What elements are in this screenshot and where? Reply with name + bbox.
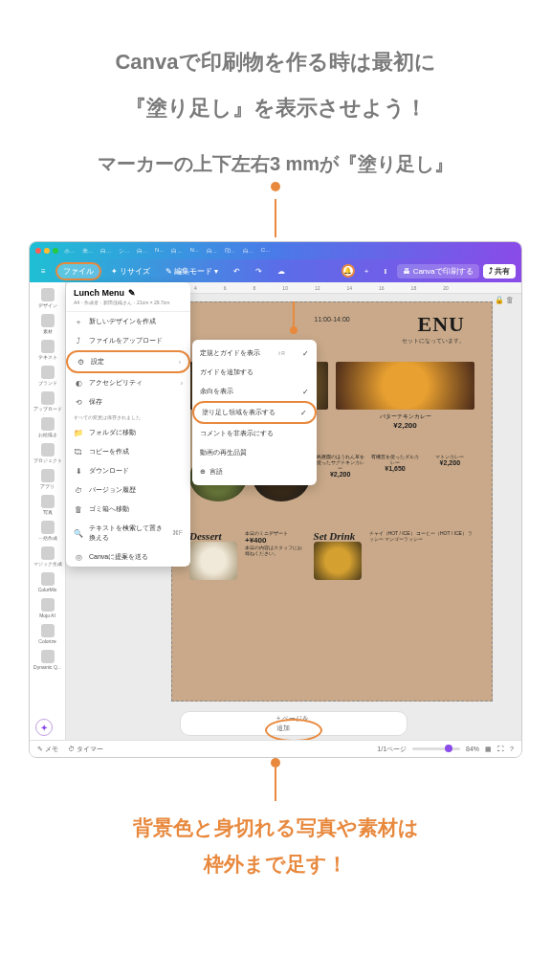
menu-language[interactable]: ⊕ 言語 [192,462,317,481]
menu-icon[interactable]: ≡ [35,265,52,278]
zoom-level[interactable]: 84% [466,746,479,752]
hero-instruction: Canvaで印刷物を作る時は最初に 『塗り足し』を表示させよう！ マーカーの上下… [0,0,551,187]
help-icon[interactable]: ? [510,746,514,752]
menu-hide-comments[interactable]: コメントを非表示にする [192,424,317,443]
sidebar-item-projects[interactable]: プロジェクト [33,441,63,465]
sidebar: デザイン 素材 テキスト ブランド アップロード お絵描き プロジェクト アプリ… [30,282,66,740]
undo-icon[interactable]: ↶ [228,265,246,278]
trash-icon: 🗑 [74,504,83,514]
search-icon: 🔍 [74,528,83,538]
menu-copy[interactable]: ⿻コピーを作成 [66,442,190,461]
page-indicator[interactable]: 1/1ページ [377,745,407,754]
hero-line3: マーカーの上下左右3 mmが『塗り足し』 [19,151,532,177]
dessert-image [189,542,237,580]
settings-submenu: 定規とガイドを表示⇧R✓ ガイドを追加する 余白を表示✓ 塗り足し領域を表示する… [192,340,317,485]
cloud-sync-icon: ☁ [272,265,291,278]
sidebar-item-text[interactable]: テキスト [33,338,63,362]
menu-move-folder[interactable]: 📁フォルダに移動 [66,423,190,442]
bleed-marker-top [293,301,295,330]
save-icon: ⟲ [74,397,83,407]
memo-button[interactable]: ✎ メモ [37,745,58,754]
sidebar-item-magic[interactable]: マジック生成 [33,545,63,568]
sidebar-item-apps[interactable]: アプリ [33,467,63,491]
traffic-lights[interactable] [35,248,58,254]
canvas-lock-icons[interactable]: 🔒 🗑 [495,296,514,304]
curry-image [336,362,474,410]
bottom-bar: ✎ メモ ⏱ タイマー 1/1ページ 84% ▦ ⛶ ? [30,740,521,757]
plus-icon: ＋ [74,317,83,326]
footer-line2: 枠外まで足す！ [19,851,532,878]
menu-trash[interactable]: 🗑ゴミ箱へ移動 [66,500,190,519]
menu-ruler-guides[interactable]: 定規とガイドを表示⇧R✓ [192,344,317,363]
canva-window: ホ...未...白...シ...白...N...白...N...白...印...… [29,241,522,758]
clock-icon: ⏱ [74,485,83,495]
add-icon[interactable]: + [359,265,375,278]
marker-line-bottom [275,768,276,801]
sidebar-item-design[interactable]: デザイン [33,286,63,310]
sidebar-item-draw[interactable]: お絵描き [33,415,63,439]
menu-add-guide[interactable]: ガイドを追加する [192,363,317,382]
drink-image [314,542,362,580]
footer-line1: 背景色と身切れる写真や素材は [19,814,532,841]
sparkle-icon[interactable]: ✦ [35,719,53,736]
accessibility-icon: ◐ [74,378,83,388]
upload-icon: ⤴ [74,336,83,345]
menu-new-design[interactable]: ＋新しいデザインを作成 [66,312,190,331]
highlight-circle [265,719,322,740]
menu-show-margin[interactable]: 余白を表示✓ [192,382,317,401]
menu-accessibility[interactable]: ◐アクセシビリティ› [66,373,190,392]
file-menu-button[interactable]: ファイル [55,262,101,280]
menu-version[interactable]: ⏱バージョン履歴 [66,480,190,500]
save-status: すべての変更は保存されました [66,412,190,423]
resize-button[interactable]: ✦ リサイズ [105,264,156,278]
marker-dot [271,182,280,191]
folder-icon: 📁 [74,428,83,437]
menu-show-bleed[interactable]: 塗り足し領域を表示する✓ [192,401,317,424]
menu-download[interactable]: ⬇ダウンロード [66,461,190,480]
share-button[interactable]: ⤴ 共有 [483,264,516,278]
copy-icon: ⿻ [74,447,83,457]
menu-save[interactable]: ⟲保存 [66,392,190,412]
timer-button[interactable]: ⏱ タイマー [68,745,103,754]
doc-title: ENU [418,312,465,337]
window-titlebar: ホ...未...白...シ...白...N...白...N...白...印...… [30,242,521,259]
workspace: デザイン 素材 テキスト ブランド アップロード お絵描き プロジェクト アプリ… [30,282,521,740]
menu-video-quality[interactable]: 動画の再生品質 [192,443,317,462]
notification-icon[interactable]: 🔔 [342,264,355,278]
editmode-button[interactable]: ✎ 編集モード ▾ [160,264,224,278]
sidebar-item-elements[interactable]: 素材 [33,312,63,336]
fullscreen-icon[interactable]: ⛶ [497,746,504,752]
globe-icon: ⊕ [200,468,206,476]
doc-time: 11:00-14:00 [314,316,349,323]
chevron-right-icon: › [179,359,181,366]
chart-icon[interactable]: ⫾ [378,265,393,278]
sidebar-item-brand[interactable]: ブランド [33,364,63,388]
sidebar-item-colorize[interactable]: Colorize [33,622,63,646]
doc-title-field[interactable]: Lunch Menu ✎ [74,288,183,298]
app-toolbar: ≡ ファイル ✦ リサイズ ✎ 編集モード ▾ ↶ ↷ ☁ 🔔 + ⫾ 🖶 Ca… [30,259,521,282]
menu-feedback[interactable]: ◎Canvaに提案を送る [66,547,190,567]
menu-upload-file[interactable]: ⤴ファイルをアップロード [66,331,190,350]
marker-line [275,199,276,237]
sidebar-item-upload[interactable]: アップロード [33,390,63,413]
hero-line1: Canvaで印刷物を作る時は最初に [19,48,532,77]
redo-icon[interactable]: ↷ [250,265,268,278]
menu-settings[interactable]: ⚙設定› [66,350,190,373]
browser-tabs[interactable]: ホ...未...白...シ...白...N...白...N...白...印...… [64,247,516,256]
marker-dot-bottom [271,758,280,768]
dessert-row: Dessert 本日のミニデザート +¥400 本日の内容はスタッフにお尋ねくだ… [189,530,474,580]
sidebar-item-mojoai[interactable]: Mojo AI [33,596,63,620]
doc-subtitle: セットになっています。 [402,337,465,345]
sidebar-item-bulk[interactable]: 一括作成 [33,519,63,543]
gear-icon: ⚙ [76,357,85,367]
sidebar-item-photos[interactable]: 写真 [33,493,63,517]
sidebar-item-dynamic[interactable]: Dynamic Q... [33,648,63,672]
menu-find-replace[interactable]: 🔍テキストを検索して置き換える⌘F [66,519,190,547]
sidebar-item-colormix[interactable]: ColorMix [33,570,63,594]
print-button[interactable]: 🖶 Canvaで印刷する [397,264,478,278]
zoom-slider[interactable] [412,747,460,750]
hero-line2: 『塗り足し』を表示させよう！ [19,94,532,122]
footer-instruction: 背景色と身切れる写真や素材は 枠外まで足す！ [0,801,551,901]
target-icon: ◎ [74,552,83,562]
grid-view-icon[interactable]: ▦ [485,746,492,753]
